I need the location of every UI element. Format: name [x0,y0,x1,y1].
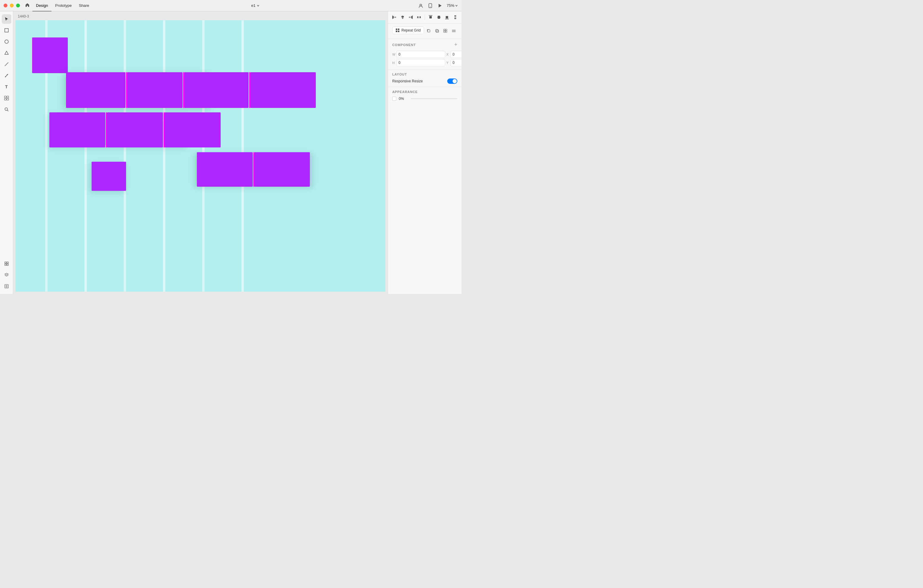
svg-rect-51 [445,31,447,33]
svg-rect-38 [454,15,456,16]
component-add-button[interactable]: + [454,42,457,48]
align-left-edge-button[interactable] [391,14,398,21]
play-icon[interactable] [437,3,442,8]
copy-button-2[interactable] [434,27,441,34]
device-icon[interactable] [428,3,433,8]
svg-rect-43 [396,31,397,32]
component-header: COMPONENT + [392,42,457,48]
y-field: Y [446,59,462,66]
tool-ellipse[interactable] [2,37,11,46]
align-bottom-edge-button[interactable] [443,14,451,21]
purple-block-topleft[interactable] [32,38,68,73]
tool-layers[interactable] [2,270,11,280]
svg-line-5 [5,62,8,66]
magenta-divider-r2-3 [249,72,250,108]
chevron-down-icon [256,4,259,7]
tool-text[interactable]: T [2,82,11,92]
opacity-row: 0% [392,97,457,101]
home-icon[interactable] [25,2,30,9]
panel-toolbar [388,11,462,23]
close-button[interactable] [3,3,7,7]
purple-block-r2-3[interactable] [184,72,249,108]
purple-block-bottom[interactable] [92,162,126,191]
tool-component[interactable] [2,94,11,103]
file-name: e1 [93,3,418,8]
purple-blocks-layer [15,20,385,292]
tool-zoom[interactable] [2,105,11,114]
minimize-button[interactable] [10,3,14,7]
magenta-divider-r2-1 [126,72,127,108]
tool-rectangle[interactable] [2,26,11,35]
repeat-grid-button[interactable]: Repeat Grid [392,26,424,34]
tool-line[interactable] [2,59,11,69]
distribute-h-button[interactable] [415,14,423,21]
svg-rect-30 [419,16,420,18]
width-input[interactable] [396,51,445,58]
align-middle-v-button[interactable] [435,14,443,21]
svg-point-4 [5,40,8,43]
purple-block-r4-2[interactable] [255,152,310,187]
svg-rect-12 [5,262,6,263]
width-label: W [392,53,395,56]
opacity-slider[interactable] [411,99,457,99]
svg-rect-39 [454,17,456,18]
align-center-h-button[interactable] [399,14,406,21]
tab-design[interactable]: Design [33,2,51,9]
svg-rect-45 [428,30,430,32]
main-area: T [0,11,462,294]
align-top-edge-button[interactable] [427,14,434,21]
purple-block-r3-2[interactable] [107,112,163,148]
purple-block-r2-2[interactable] [127,72,182,108]
svg-rect-6 [5,96,6,98]
left-toolbar: T [0,11,13,294]
height-field: H [392,59,445,66]
svg-rect-31 [420,16,421,18]
copy-button-3[interactable] [442,27,449,34]
panel-separator-1 [425,15,425,20]
x-input[interactable] [450,51,462,58]
responsive-resize-toggle[interactable] [447,79,457,84]
svg-rect-49 [445,29,447,31]
zoom-control[interactable]: 75% [447,3,458,8]
tab-prototype[interactable]: Prototype [51,2,75,9]
y-input[interactable] [450,59,462,66]
appearance-title: APPEARANCE [392,90,457,94]
canvas-area[interactable]: 1440-3 [13,11,388,294]
svg-rect-27 [409,16,411,18]
layout-row: Responsive Resize [392,79,457,84]
tool-grid[interactable] [2,259,11,268]
copy-button-4[interactable] [450,27,457,34]
user-icon[interactable] [418,3,424,8]
tool-pointer[interactable] [2,14,11,24]
tool-pen[interactable] [2,71,11,80]
purple-block-r4-1[interactable] [197,152,253,187]
svg-point-2 [430,7,430,7]
svg-rect-29 [417,16,418,18]
maximize-button[interactable] [16,3,20,7]
repeat-grid-label: Repeat Grid [401,28,421,33]
purple-block-r2-4[interactable] [250,72,316,108]
tab-share[interactable]: Share [75,2,93,9]
magenta-divider-r3-1 [106,112,107,148]
svg-rect-36 [446,16,448,18]
purple-block-r2-1[interactable] [66,72,125,108]
svg-rect-48 [443,29,445,31]
layout-title: LAYOUT [392,72,407,76]
copy-button-1[interactable] [425,27,432,34]
opacity-checkbox[interactable] [392,97,396,101]
svg-rect-40 [454,18,456,19]
height-label: H [392,61,395,64]
magenta-divider-r3-2 [164,112,165,148]
purple-block-r3-1[interactable] [49,112,105,148]
svg-rect-41 [396,28,397,30]
svg-rect-13 [7,262,8,263]
svg-rect-42 [398,28,399,30]
height-input[interactable] [396,59,445,66]
distribute-v-button[interactable] [452,14,459,21]
align-right-edge-button[interactable] [407,14,415,21]
purple-block-r3-3[interactable] [165,112,221,148]
dimensions-grid: W X H Y [392,51,457,66]
tool-library[interactable] [2,281,11,291]
tool-triangle[interactable] [2,48,11,57]
svg-rect-14 [5,264,6,266]
